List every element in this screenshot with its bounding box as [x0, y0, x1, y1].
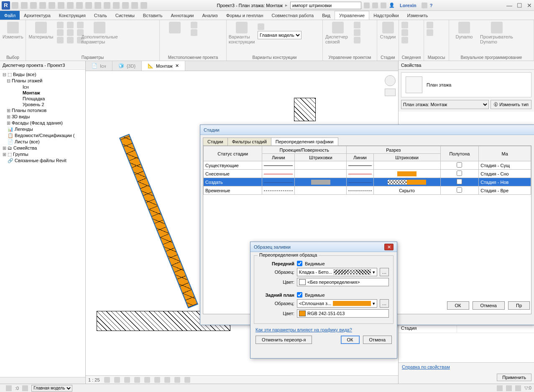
tree-item[interactable]: Площадка: [1, 96, 84, 102]
cancel-button[interactable]: Отмена: [363, 336, 392, 344]
tree-item[interactable]: Уровень 2: [1, 102, 84, 107]
vc-icon[interactable]: [184, 377, 190, 383]
dynamo-button[interactable]: Dynamo: [452, 22, 477, 39]
phases-button[interactable]: Стадии: [380, 22, 396, 39]
vc-icon[interactable]: [114, 377, 120, 383]
param-stack[interactable]: [57, 22, 64, 43]
workset-select[interactable]: Главная модель: [31, 385, 72, 392]
location-button[interactable]: [162, 22, 187, 34]
sb-icon[interactable]: [22, 385, 28, 391]
vc-icon[interactable]: [124, 377, 130, 383]
sb-icon[interactable]: [515, 385, 521, 391]
view-tab[interactable]: 🧊 {3D}: [112, 61, 142, 71]
tab-addins[interactable]: Надстройки: [369, 11, 403, 20]
design-options-button[interactable]: Варианты конструкции: [229, 22, 254, 44]
qat-icon[interactable]: [104, 2, 110, 9]
properties-help-link[interactable]: Справка по свойствам: [399, 362, 534, 371]
dynamo-player-button[interactable]: Проигрыватель Dynamo: [480, 22, 514, 44]
project-tree[interactable]: ⊟⬚ Виды (все) ⊟Планы этажей Існ Монтаж П…: [0, 70, 85, 377]
links-manager-button[interactable]: Диспетчер связей: [325, 22, 350, 44]
ok-button[interactable]: ОК: [447, 301, 469, 310]
ok-button[interactable]: ОК: [341, 336, 360, 344]
phase-filters-tab[interactable]: Фильтры стадий: [227, 137, 271, 145]
qat-icon[interactable]: [67, 2, 74, 9]
tab-analyze[interactable]: Анализ: [198, 11, 222, 20]
qat-icon[interactable]: [85, 2, 92, 9]
sb-icon[interactable]: [6, 385, 12, 391]
tab-systems[interactable]: Системы: [111, 11, 139, 20]
vc-icon[interactable]: [104, 377, 110, 383]
qat-icon[interactable]: [58, 2, 64, 9]
minimize-button[interactable]: —: [506, 2, 512, 9]
overrides-table[interactable]: Статус стадии Проекция/Поверхность Разре…: [203, 146, 531, 195]
user-name[interactable]: Lorexin: [400, 3, 416, 8]
tree-item[interactable]: Існ: [1, 84, 84, 90]
vc-icon[interactable]: [144, 377, 150, 383]
graphic-overrides-tab[interactable]: Переопределения графики: [271, 137, 338, 145]
back-pattern-field[interactable]: <Сплошная з...▾: [297, 299, 377, 308]
vc-icon[interactable]: [174, 377, 180, 383]
modify-button[interactable]: Изменить: [3, 22, 23, 39]
apply-button[interactable]: Применить: [497, 374, 531, 381]
tab-arch[interactable]: Архитектура: [20, 11, 55, 20]
tab-view[interactable]: Вид: [318, 11, 335, 20]
tab-insert[interactable]: Вставить: [139, 11, 167, 20]
qat-icon[interactable]: [95, 2, 101, 9]
key-icon[interactable]: [372, 3, 378, 8]
sb-icon[interactable]: [497, 385, 503, 391]
close-button[interactable]: ✕: [526, 2, 532, 9]
qat-icon[interactable]: [30, 2, 37, 9]
front-color-field[interactable]: <Без переопределения>: [297, 278, 389, 286]
front-pattern-field[interactable]: Кладка - Бето...▾: [297, 268, 377, 276]
back-color-field[interactable]: RGB 242-151-013: [297, 309, 389, 318]
tab-modify[interactable]: Изменить: [403, 11, 432, 20]
materials-button[interactable]: Материалы: [28, 22, 54, 39]
reset-overrides-button[interactable]: Отменить переопр-я: [256, 336, 312, 344]
param-stack2[interactable]: [67, 22, 74, 43]
qat-icon[interactable]: [76, 2, 83, 9]
navwheel-icon[interactable]: [385, 75, 396, 86]
pattern-browse-button[interactable]: …: [380, 299, 389, 308]
search-icon[interactable]: [364, 3, 370, 8]
tab-collab[interactable]: Совместная работа: [267, 11, 318, 20]
qat-icon[interactable]: [122, 2, 129, 9]
quick-access-toolbar[interactable]: [12, 2, 147, 9]
tab-manage[interactable]: Управление: [335, 11, 369, 20]
tab-struct[interactable]: Конструкция: [55, 11, 90, 20]
qat-icon[interactable]: [21, 2, 28, 9]
cancel-button[interactable]: Отмена: [473, 301, 505, 310]
qat-icon[interactable]: [131, 2, 138, 9]
help-icon[interactable]: ?: [430, 3, 433, 8]
filter-count[interactable]: ▽:0: [524, 385, 531, 391]
vc-icon[interactable]: [164, 377, 170, 383]
phases-tab[interactable]: Стадии: [203, 137, 228, 145]
tab-steel[interactable]: Сталь: [90, 11, 111, 20]
star-icon[interactable]: [381, 3, 386, 8]
front-visible-checkbox[interactable]: [297, 261, 302, 266]
design-option-select[interactable]: Главная модель: [258, 31, 301, 39]
tab-annot[interactable]: Аннотации: [167, 11, 198, 20]
cart-icon[interactable]: [422, 3, 427, 8]
edit-type-button[interactable]: 🛈 Изменить тип: [491, 100, 531, 109]
back-visible-checkbox[interactable]: [297, 292, 302, 298]
navbar-icon[interactable]: [385, 89, 396, 96]
tab-file[interactable]: Файл: [0, 11, 20, 20]
view-tab[interactable]: 📄 Існ: [86, 61, 112, 71]
scale-label[interactable]: 1 : 25: [88, 377, 100, 382]
maximize-button[interactable]: ☐: [516, 2, 522, 9]
close-tab-icon[interactable]: ✕: [175, 63, 179, 69]
qat-icon[interactable]: [141, 2, 147, 9]
browser-scrollbar[interactable]: [0, 377, 85, 384]
close-icon[interactable]: ✕: [384, 244, 393, 250]
qat-icon[interactable]: [39, 2, 46, 9]
addl-params-button[interactable]: Дополнительные параметры: [87, 22, 112, 44]
search-input[interactable]: [290, 2, 361, 9]
sb-icon[interactable]: [506, 385, 512, 391]
vc-icon[interactable]: [134, 377, 140, 383]
help-link[interactable]: Как эти параметры влияют на графику вида…: [250, 327, 397, 332]
view-tab-active[interactable]: 📐 Монтаж ✕: [142, 61, 185, 71]
vc-icon[interactable]: [154, 377, 160, 383]
tab-massing[interactable]: Формы и генплан: [222, 11, 268, 20]
qat-icon[interactable]: [113, 2, 120, 9]
tree-item-active[interactable]: Монтаж: [1, 90, 84, 96]
